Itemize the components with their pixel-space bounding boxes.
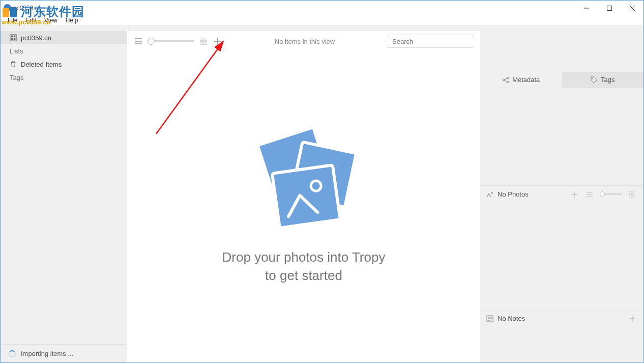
- main-spacer: [127, 25, 480, 31]
- svg-rect-39: [633, 195, 635, 198]
- svg-point-24: [503, 79, 505, 81]
- deleted-label: Deleted Items: [21, 61, 62, 68]
- sidebar-item-project[interactable]: pc0359.cn: [1, 31, 127, 44]
- svg-rect-12: [200, 38, 203, 41]
- project-label: pc0359.cn: [21, 34, 51, 42]
- sidebar-list: pc0359.cn Lists Deleted Items Tags: [1, 25, 127, 344]
- note-icon: [486, 315, 493, 322]
- trash-icon: [10, 61, 17, 68]
- photos-panel-header: No Photos: [480, 185, 643, 203]
- minimize-button[interactable]: [575, 1, 598, 15]
- maximize-button[interactable]: [598, 1, 621, 15]
- add-photo-button[interactable]: [569, 189, 579, 200]
- lists-label: Lists: [10, 47, 23, 55]
- svg-rect-1: [607, 6, 611, 10]
- photo-zoom-slider[interactable]: [600, 193, 622, 195]
- svg-point-26: [507, 81, 509, 83]
- project-icon: [10, 34, 17, 41]
- search-input[interactable]: [392, 38, 478, 45]
- svg-rect-8: [14, 38, 16, 40]
- main-column: No items in this view: [127, 25, 480, 362]
- add-button[interactable]: [213, 36, 223, 46]
- close-button[interactable]: [621, 1, 643, 15]
- svg-rect-13: [204, 38, 207, 41]
- zoom-thumb[interactable]: [148, 38, 155, 45]
- grid-view-button[interactable]: [198, 36, 209, 46]
- photo-icon: [486, 191, 493, 198]
- menu-view[interactable]: View: [41, 17, 61, 24]
- main-panel: No items in this view: [127, 31, 480, 362]
- right-column: Metadata Tags No Photos: [480, 25, 643, 362]
- drop-line2: to get started: [222, 267, 386, 285]
- meta-tabs: Metadata Tags: [480, 72, 643, 88]
- svg-rect-7: [11, 38, 13, 40]
- notes-panel-header: No Notes: [480, 310, 643, 327]
- app-icon: [4, 4, 11, 12]
- zoom-slider[interactable]: [148, 40, 194, 42]
- share-icon: [502, 76, 509, 83]
- svg-rect-14: [200, 42, 203, 45]
- toolbar-center-text: No items in this view: [228, 38, 382, 45]
- photo-grid-view-button[interactable]: [627, 189, 637, 200]
- photos-body: [480, 203, 643, 310]
- sidebar-lists-header[interactable]: Lists: [1, 44, 127, 58]
- menubar: File Edit View Help: [1, 15, 643, 25]
- toolbar: No items in this view: [127, 31, 480, 51]
- photo-list-view-button[interactable]: [584, 189, 595, 200]
- svg-rect-15: [204, 42, 207, 45]
- drop-illustration: [248, 129, 360, 231]
- app-window: pc0359.cn File Edit View Help pc: [0, 0, 644, 363]
- app-body: pc0359.cn Lists Deleted Items Tags Impor…: [1, 25, 643, 362]
- tag-icon: [591, 76, 598, 83]
- spinner-icon: [9, 350, 16, 357]
- photo-zoom-thumb[interactable]: [600, 191, 605, 197]
- svg-line-27: [505, 78, 507, 79]
- menu-file[interactable]: File: [4, 17, 21, 24]
- notes-body: [480, 327, 643, 362]
- svg-point-30: [491, 192, 493, 193]
- svg-rect-5: [11, 36, 13, 38]
- sidebar-item-deleted[interactable]: Deleted Items: [1, 58, 127, 71]
- svg-rect-37: [633, 191, 635, 194]
- svg-line-28: [505, 80, 507, 81]
- add-note-button[interactable]: [627, 314, 637, 324]
- menu-edit[interactable]: Edit: [22, 17, 40, 24]
- search-box[interactable]: [387, 35, 474, 48]
- sidebar-status: Importing items ...: [1, 344, 127, 362]
- sidebar: pc0359.cn Lists Deleted Items Tags Impor…: [1, 25, 127, 362]
- titlebar-left: pc0359.cn: [4, 4, 41, 12]
- status-text: Importing items ...: [21, 350, 73, 357]
- tags-label: Tags: [10, 74, 23, 81]
- drop-message: Drop your photos into Tropy to get start…: [222, 248, 386, 284]
- window-controls: [575, 1, 643, 15]
- tags-body: [480, 88, 643, 185]
- svg-rect-6: [14, 36, 16, 38]
- tab-tags-label: Tags: [601, 76, 614, 83]
- right-spacer: [480, 25, 643, 72]
- drop-zone[interactable]: Drop your photos into Tropy to get start…: [127, 51, 480, 362]
- list-view-button[interactable]: [133, 36, 143, 46]
- tab-metadata-label: Metadata: [512, 76, 540, 83]
- toolbar-left: [133, 36, 223, 46]
- notes-label: No Notes: [497, 315, 525, 322]
- sidebar-tags-header[interactable]: Tags: [1, 71, 127, 84]
- tab-metadata[interactable]: Metadata: [480, 72, 562, 88]
- svg-rect-36: [629, 191, 632, 194]
- svg-point-29: [592, 78, 593, 79]
- photos-label: No Photos: [497, 190, 529, 198]
- svg-rect-22: [272, 165, 340, 229]
- tab-tags[interactable]: Tags: [562, 72, 644, 88]
- svg-point-25: [507, 77, 509, 79]
- drop-line1: Drop your photos into Tropy: [222, 248, 386, 266]
- window-title: pc0359.cn: [13, 5, 41, 12]
- titlebar: pc0359.cn: [1, 1, 643, 15]
- menu-help[interactable]: Help: [62, 17, 82, 24]
- svg-rect-38: [629, 195, 632, 198]
